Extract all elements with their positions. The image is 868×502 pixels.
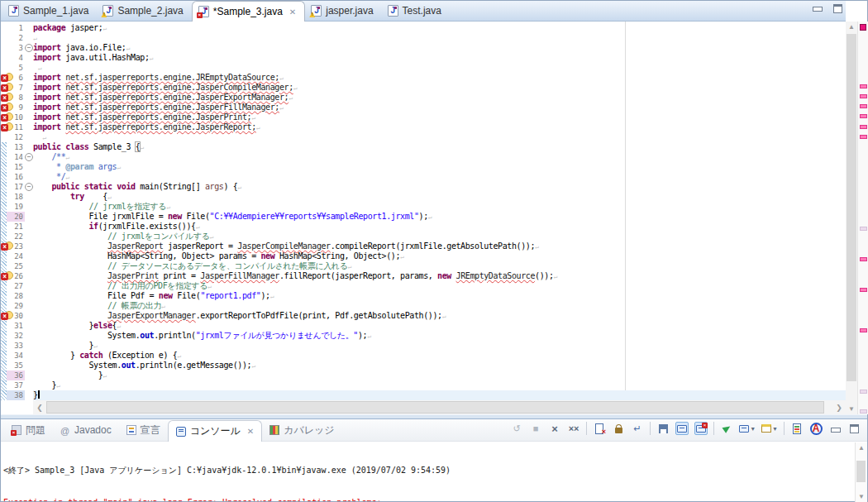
fold-collapse-icon[interactable] (25, 182, 33, 192)
line-number[interactable]: 15 (7, 162, 25, 172)
code-line[interactable]: 28 File Pdf = new File("report1.pdf"); (1, 291, 846, 301)
occurrence-marker[interactable] (860, 390, 867, 394)
error-marker[interactable] (860, 328, 867, 332)
line-number[interactable]: 29 (7, 301, 25, 311)
error-marker[interactable] (860, 135, 867, 139)
vscroll-thumb[interactable] (847, 34, 856, 381)
minimize-icon[interactable] (828, 422, 842, 435)
scroll-lock-icon[interactable] (612, 422, 625, 435)
editor-horizontal-scrollbar[interactable]: ❮ ❯ (33, 400, 846, 414)
code-line[interactable]: 27 // 出力用のPDFを指定する (1, 281, 846, 291)
error-lightbulb-icon[interactable] (1, 93, 13, 103)
close-view-icon[interactable]: ✕ (247, 427, 254, 436)
code-line[interactable]: 32 System.out.println("jrxmlファイルが見つかりません… (1, 331, 846, 341)
code-line[interactable]: 35 System.out.println(e.getMessage()); (1, 361, 846, 371)
line-number[interactable]: 17 (7, 182, 25, 192)
code-line[interactable]: 18 try { (1, 192, 846, 202)
editor-tab-sample_3java[interactable]: ×*Sample_3.java✕ (192, 1, 305, 22)
code-line[interactable]: 1package jasper; (1, 23, 846, 33)
line-number[interactable]: 3 (7, 43, 25, 53)
line-number[interactable]: 34 (7, 351, 25, 361)
code-line[interactable]: 21 if(jrxmlFile.exists()){ (1, 222, 846, 232)
code-line[interactable]: 30 JasperExportManager.exportReportToPdf… (1, 311, 846, 321)
remove-all-terminated-icon[interactable]: ×× (567, 422, 580, 435)
editor-tab-sample_2java[interactable]: !Sample_2.java (97, 1, 191, 21)
code-line[interactable]: 33 } (1, 341, 846, 351)
error-lightbulb-icon[interactable] (1, 103, 13, 112)
code-line[interactable]: 9import net.sf.jasperreports.engine.Jasp… (1, 103, 846, 112)
fold-collapse-icon[interactable] (25, 43, 33, 53)
maximize-editor-icon[interactable] (833, 4, 842, 13)
line-number[interactable]: 16 (7, 172, 25, 182)
fold-collapse-icon[interactable] (25, 152, 33, 162)
error-marker[interactable] (860, 94, 867, 98)
code-line[interactable]: 13public class Sample_3 { (1, 142, 846, 152)
pin-console-icon[interactable] (720, 422, 733, 435)
error-marker[interactable] (860, 288, 867, 292)
overall-error-indicator[interactable] (860, 24, 866, 31)
code-line[interactable]: 11import net.sf.jasperreports.engine.Jas… (1, 122, 846, 132)
remove-launch-icon[interactable]: × (548, 422, 561, 435)
line-number[interactable]: 32 (7, 331, 25, 341)
word-wrap-icon[interactable]: ↵ (631, 422, 644, 435)
code-line[interactable]: 5 (1, 63, 846, 73)
code-line[interactable]: 29 // 帳票の出力 (1, 301, 846, 311)
line-number[interactable]: 14 (7, 152, 25, 162)
error-lightbulb-icon[interactable] (1, 311, 13, 321)
console-vscroll-thumb[interactable] (856, 461, 866, 482)
code-line[interactable]: 4import java.util.HashMap; (1, 53, 846, 63)
line-number[interactable]: 5 (7, 63, 25, 73)
line-number[interactable]: 21 (7, 222, 25, 232)
code-line[interactable]: 38} (1, 390, 846, 400)
code-line[interactable]: 12 (1, 132, 846, 142)
code-editor[interactable]: 1package jasper;23import java.io.File;4i… (1, 22, 846, 400)
code-line[interactable]: 36 } (1, 371, 846, 380)
error-lightbulb-icon[interactable] (1, 73, 13, 83)
view-tab-coverage[interactable]: カバレッジ (262, 419, 341, 441)
line-number[interactable]: 36 (7, 371, 25, 380)
code-line[interactable]: 2 (1, 33, 846, 43)
hscroll-thumb[interactable] (46, 401, 824, 414)
error-lightbulb-icon[interactable] (1, 122, 13, 132)
code-line[interactable]: 14 /** (1, 152, 846, 162)
editor-vertical-scrollbar[interactable]: ▲ ▼ (846, 22, 857, 414)
coverage-report-icon[interactable] (790, 422, 804, 435)
code-line[interactable]: 26 JasperPrint print = JasperFillManager… (1, 271, 846, 281)
overview-ruler[interactable] (857, 22, 868, 414)
clear-console-icon[interactable] (593, 422, 606, 435)
view-tab-declaration[interactable]: 宣言 (119, 419, 168, 441)
editor-tab-testjava[interactable]: Test.java (382, 1, 450, 21)
error-lightbulb-icon[interactable] (1, 112, 13, 122)
line-number[interactable]: 18 (7, 192, 25, 202)
code-line[interactable]: 16 */ (1, 172, 846, 182)
console-scroll-down-icon[interactable]: ▼ (856, 493, 867, 500)
error-marker[interactable] (860, 257, 867, 261)
line-number[interactable]: 2 (7, 33, 25, 43)
code-line[interactable]: 19 // jrxmlを指定する (1, 202, 846, 212)
line-number[interactable]: 28 (7, 291, 25, 301)
error-lightbulb-icon[interactable] (1, 241, 13, 251)
line-number[interactable]: 35 (7, 361, 25, 371)
line-number[interactable]: 31 (7, 321, 25, 331)
line-number[interactable]: 27 (7, 281, 25, 291)
line-number[interactable]: 37 (7, 380, 25, 390)
code-line[interactable]: 37 } (1, 380, 846, 390)
line-number[interactable]: 12 (7, 132, 25, 142)
display-console-icon[interactable]: ▼ (739, 422, 756, 435)
code-line[interactable]: 17 public static void main(String[] args… (1, 182, 846, 192)
error-marker[interactable] (860, 114, 867, 118)
code-line[interactable]: 15 * @param args (1, 162, 846, 172)
line-number[interactable]: 25 (7, 261, 25, 271)
code-line[interactable]: 6import net.sf.jasperreports.engine.JREm… (1, 73, 846, 83)
error-lightbulb-icon[interactable] (1, 271, 13, 281)
scroll-left-icon[interactable]: ❮ (33, 404, 46, 412)
view-tab-javadoc[interactable]: Javadoc (53, 419, 119, 441)
error-lightbulb-icon[interactable] (1, 83, 13, 93)
scroll-down-icon[interactable]: ▼ (846, 405, 857, 413)
code-line[interactable]: 20 File jrxmlFile = new File("C:¥¥Adempi… (1, 212, 846, 222)
line-number[interactable]: 22 (7, 232, 25, 241)
console-scroll-up-icon[interactable]: ▲ (856, 444, 867, 452)
line-number[interactable]: 1 (7, 23, 25, 33)
line-number[interactable]: 13 (7, 142, 25, 152)
code-line[interactable]: 10import net.sf.jasperreports.engine.Jas… (1, 112, 846, 122)
